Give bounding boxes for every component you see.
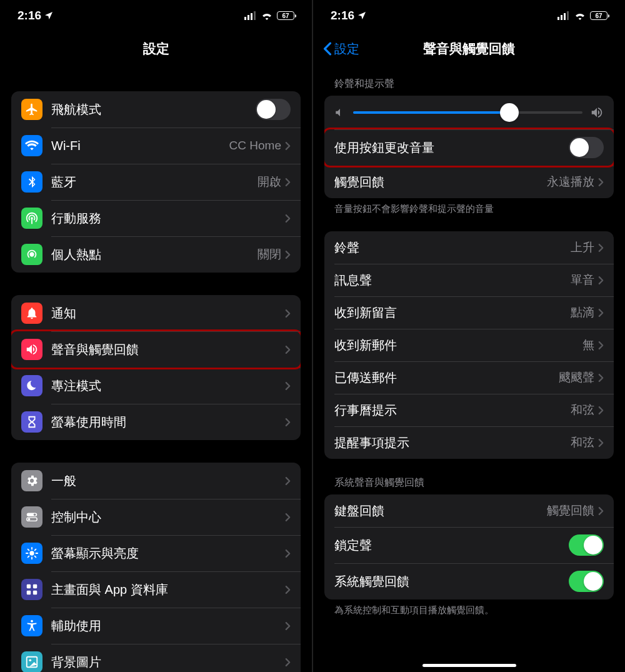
settings-row-hourglass[interactable]: 螢幕使用時間: [11, 404, 301, 440]
toggle-airplane[interactable]: [256, 99, 291, 120]
settings-row-bluetooth[interactable]: 藍牙 開啟: [11, 164, 301, 200]
wifi-icon: [261, 11, 273, 20]
chevron-right-icon: [285, 621, 291, 631]
toggle-system-haptics[interactable]: [569, 571, 604, 592]
settings-row-wallpaper[interactable]: 背景圖片: [11, 644, 301, 672]
location-icon: [44, 11, 54, 21]
chevron-right-icon: [285, 178, 291, 187]
settings-row-moon[interactable]: 專注模式: [11, 368, 301, 404]
svg-rect-1: [248, 15, 249, 20]
sound-row[interactable]: 訊息聲 單音: [324, 264, 614, 296]
grid-icon: [21, 579, 42, 600]
section-label-system: 系統聲音與觸覺回饋: [313, 459, 625, 494]
row-label: 控制中心: [51, 509, 285, 526]
settings-row-grid[interactable]: 主畫面與 App 資料庫: [11, 571, 301, 608]
volume-slider-row[interactable]: [324, 96, 614, 129]
row-value: 單音: [571, 272, 594, 288]
page-title: 設定: [0, 40, 312, 58]
sound-row[interactable]: 收到新留言 點滴: [324, 296, 614, 329]
sound-row[interactable]: 收到新郵件 無: [324, 329, 614, 361]
wallpaper-icon: [21, 651, 42, 672]
settings-group-notifications: 通知 聲音與觸覺回饋 專注模式 螢幕使用時間: [11, 295, 301, 440]
row-value: 颼颼聲: [559, 369, 594, 386]
row-change-with-buttons[interactable]: 使用按鈕更改音量: [324, 128, 614, 168]
settings-row-accessibility[interactable]: 輔助使用: [11, 608, 301, 644]
row-label: 主畫面與 App 資料庫: [51, 581, 285, 598]
chevron-right-icon: [598, 438, 604, 448]
svg-rect-2: [251, 13, 252, 20]
settings-row-switches[interactable]: 控制中心: [11, 499, 301, 535]
back-button[interactable]: 設定: [313, 41, 359, 58]
settings-row-airplane[interactable]: 飛航模式: [11, 91, 301, 128]
row-label: 輔助使用: [51, 618, 285, 634]
location-icon: [357, 11, 367, 21]
row-label: 通知: [51, 305, 285, 322]
svg-point-6: [34, 514, 36, 516]
settings-row-hotspot[interactable]: 個人熱點 關閉: [11, 236, 301, 273]
chevron-right-icon: [285, 476, 291, 486]
svg-rect-18: [33, 584, 37, 588]
svg-rect-19: [27, 591, 31, 594]
settings-row-wifi[interactable]: Wi-Fi CC Home: [11, 128, 301, 164]
settings-row-bell[interactable]: 通知: [11, 295, 301, 331]
chevron-right-icon: [285, 549, 291, 558]
svg-rect-27: [567, 11, 569, 20]
page-title: 聲音與觸覺回饋: [313, 40, 625, 58]
chevron-right-icon: [598, 406, 604, 415]
group-ringer: 使用按鈕更改音量 觸覺回饋 永遠播放: [324, 96, 614, 198]
svg-point-7: [28, 518, 31, 521]
bell-icon: [21, 303, 42, 324]
row-label: 收到新留言: [334, 304, 571, 321]
switches-icon: [21, 506, 42, 528]
section-label-ringer: 鈴聲和提示聲: [313, 66, 625, 96]
settings-row-gear[interactable]: 一般: [11, 463, 301, 499]
row-label: 專注模式: [51, 378, 285, 394]
row-label: 一般: [51, 473, 285, 489]
group-sounds: 鈴聲 上升 訊息聲 單音 收到新留言 點滴 收到新郵件 無 已傳送郵件 颼颼聲 …: [324, 231, 614, 459]
row-label: 螢幕顯示與亮度: [51, 545, 285, 562]
svg-point-8: [29, 551, 34, 555]
hotspot-icon: [21, 244, 42, 265]
bluetooth-icon: [21, 171, 42, 193]
group-system: 鍵盤回饋 觸覺回饋 鎖定聲 系統觸覺回饋: [324, 494, 614, 599]
svg-rect-20: [33, 591, 37, 594]
volume-high-icon: [590, 106, 604, 119]
wifi-icon: [21, 135, 42, 156]
chevron-left-icon: [323, 42, 332, 56]
brightness-icon: [21, 543, 42, 564]
toggle-lock-sound[interactable]: [569, 534, 604, 556]
settings-row-brightness[interactable]: 螢幕顯示與亮度: [11, 535, 301, 571]
row-value: 永遠播放: [547, 174, 594, 190]
row-keyboard-feedback[interactable]: 鍵盤回饋 觸覺回饋: [324, 494, 614, 527]
row-label: 提醒事項提示: [334, 434, 571, 451]
row-label: 鍵盤回饋: [334, 503, 547, 519]
row-system-haptics[interactable]: 系統觸覺回饋: [324, 563, 614, 599]
row-haptics[interactable]: 觸覺回饋 永遠播放: [324, 166, 614, 198]
row-label: 觸覺回饋: [334, 174, 547, 191]
antenna-icon: [21, 208, 42, 229]
chevron-right-icon: [598, 243, 604, 253]
sound-row[interactable]: 提醒事項提示 和弦: [324, 426, 614, 459]
row-label: 訊息聲: [334, 272, 571, 289]
row-label: 背景圖片: [51, 654, 285, 671]
row-value: 無: [582, 337, 594, 353]
sound-row[interactable]: 已傳送郵件 颼颼聲: [324, 361, 614, 394]
toggle-change-with-buttons[interactable]: [569, 137, 604, 158]
sound-row[interactable]: 鈴聲 上升: [324, 231, 614, 264]
cellular-icon: [244, 11, 257, 20]
battery-icon: 67: [277, 11, 294, 20]
svg-point-21: [31, 620, 33, 623]
row-lock-sound[interactable]: 鎖定聲: [324, 527, 614, 563]
chevron-right-icon: [285, 309, 291, 318]
settings-row-antenna[interactable]: 行動服務: [11, 200, 301, 236]
sound-row[interactable]: 行事曆提示 和弦: [324, 394, 614, 426]
chevron-right-icon: [598, 308, 604, 318]
status-time: 2:16: [18, 9, 41, 23]
settings-row-speaker[interactable]: 聲音與觸覺回饋: [11, 329, 301, 369]
chevron-right-icon: [285, 250, 291, 259]
battery-icon: 67: [590, 11, 608, 20]
volume-slider[interactable]: [353, 111, 582, 114]
svg-rect-24: [558, 17, 559, 20]
home-indicator[interactable]: [422, 664, 516, 667]
svg-line-13: [28, 549, 29, 551]
